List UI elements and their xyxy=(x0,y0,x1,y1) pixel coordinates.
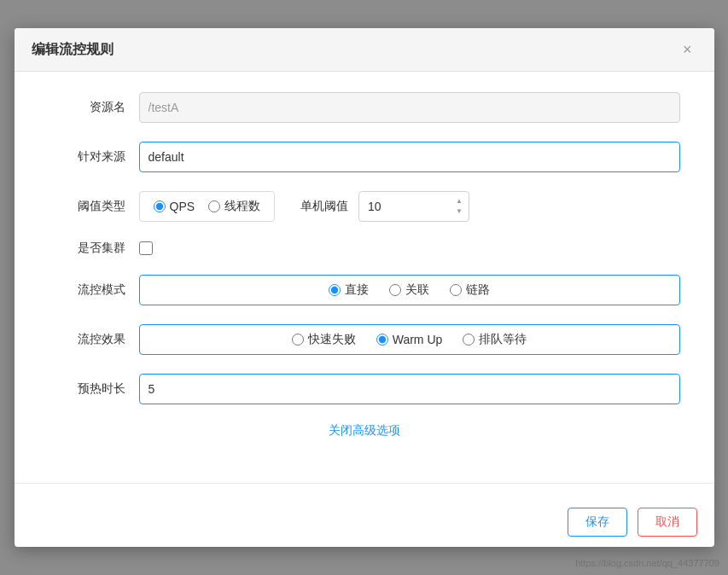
threshold-controls: QPS 线程数 单机阈值 ▲ ▼ xyxy=(139,191,680,222)
cluster-row: 是否集群 xyxy=(49,241,680,256)
radio-relate-input[interactable] xyxy=(389,284,401,296)
source-input[interactable] xyxy=(139,142,680,172)
resource-row: 资源名 document.querySelector('[data-name="… xyxy=(49,92,680,123)
spinner-up-button[interactable]: ▲ xyxy=(452,197,466,206)
flow-mode-label: 流控模式 xyxy=(49,282,125,298)
radio-direct-input[interactable] xyxy=(329,284,341,296)
preheat-row: 预热时长 xyxy=(49,374,680,404)
flow-mode-direct[interactable]: 直接 xyxy=(329,282,369,298)
threshold-row: 阈值类型 QPS 线程数 单机阈值 xyxy=(49,191,680,222)
threshold-type-label: 阈值类型 xyxy=(49,199,125,214)
close-advanced-link[interactable]: 关闭高级选项 xyxy=(329,423,400,437)
radio-relate-label: 关联 xyxy=(405,282,429,298)
modal-overlay: 编辑流控规则 × 资源名 document.querySelector('[da… xyxy=(0,0,728,575)
resource-label: 资源名 xyxy=(49,100,125,115)
cluster-label: 是否集群 xyxy=(49,241,125,256)
preheat-input[interactable] xyxy=(139,374,680,404)
source-label: 针对来源 xyxy=(49,149,125,165)
flow-effect-row: 流控效果 快速失败 Warm Up 排队等待 xyxy=(49,324,680,355)
flow-effect-queue[interactable]: 排队等待 xyxy=(463,332,527,347)
radio-qps-label: QPS xyxy=(170,200,195,213)
close-button[interactable]: × xyxy=(678,40,697,59)
modal-header: 编辑流控规则 × xyxy=(15,28,714,72)
radio-queue-label: 排队等待 xyxy=(479,332,527,347)
radio-warmup-input[interactable] xyxy=(376,334,388,346)
radio-fast-input[interactable] xyxy=(292,334,304,346)
flow-effect-radio-group: 快速失败 Warm Up 排队等待 xyxy=(139,324,680,355)
resource-input[interactable] xyxy=(139,92,680,123)
save-button[interactable]: 保存 xyxy=(568,508,627,537)
close-advanced-section: 关闭高级选项 xyxy=(49,423,680,439)
radio-threads[interactable]: 线程数 xyxy=(208,199,260,214)
radio-chain-input[interactable] xyxy=(450,284,462,296)
threshold-type-radio-group: QPS 线程数 xyxy=(139,191,276,222)
modal-footer: 保存 取消 xyxy=(15,497,714,547)
modal-body: 资源名 document.querySelector('[data-name="… xyxy=(15,72,714,469)
watermark-text: https://blog.csdn.net/qq_44377709 xyxy=(575,558,719,568)
footer-divider xyxy=(15,483,714,484)
flow-mode-row: 流控模式 直接 关联 链路 xyxy=(49,275,680,305)
flow-effect-warmup[interactable]: Warm Up xyxy=(376,333,443,346)
radio-chain-label: 链路 xyxy=(466,282,490,298)
modal-title: 编辑流控规则 xyxy=(32,41,114,59)
flow-mode-radio-group: 直接 关联 链路 xyxy=(139,275,680,305)
radio-queue-input[interactable] xyxy=(463,334,475,346)
threshold-input-wrapper: ▲ ▼ xyxy=(358,191,469,222)
modal-dialog: 编辑流控规则 × 资源名 document.querySelector('[da… xyxy=(15,28,714,547)
cancel-button[interactable]: 取消 xyxy=(638,508,697,537)
radio-threads-input[interactable] xyxy=(208,200,220,212)
spinner-down-button[interactable]: ▼ xyxy=(452,207,466,216)
flow-effect-label: 流控效果 xyxy=(49,332,125,347)
flow-mode-relate[interactable]: 关联 xyxy=(389,282,429,298)
preheat-label: 预热时长 xyxy=(49,381,125,397)
flow-mode-chain[interactable]: 链路 xyxy=(450,282,490,298)
radio-threads-label: 线程数 xyxy=(224,199,260,214)
single-threshold-label: 单机阈值 xyxy=(300,199,348,214)
flow-effect-fast[interactable]: 快速失败 xyxy=(292,332,356,347)
source-row: 针对来源 document.querySelector('[data-name=… xyxy=(49,142,680,172)
radio-fast-label: 快速失败 xyxy=(308,332,356,347)
radio-qps-input[interactable] xyxy=(154,200,166,212)
radio-warmup-label: Warm Up xyxy=(393,333,443,346)
radio-direct-label: 直接 xyxy=(345,282,369,298)
radio-qps[interactable]: QPS xyxy=(154,200,195,213)
cluster-checkbox[interactable] xyxy=(139,241,153,255)
spinner-buttons: ▲ ▼ xyxy=(452,197,466,216)
